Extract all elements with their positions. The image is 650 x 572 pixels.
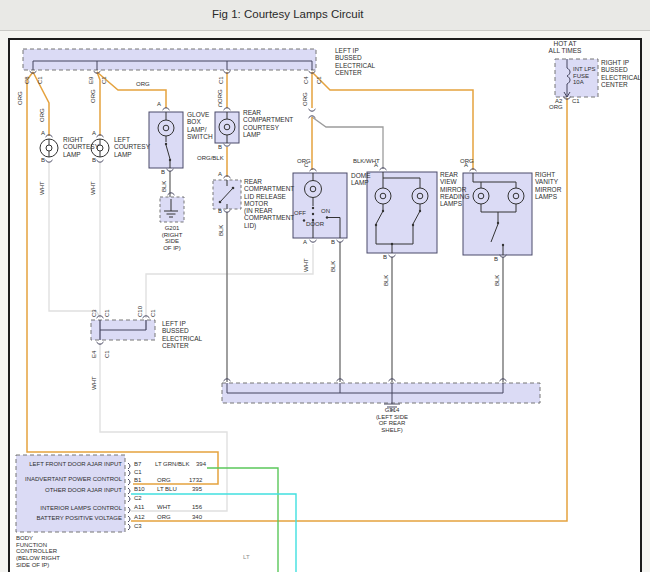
pin-label-b: B (92, 157, 96, 164)
wire-label-org-blk: ORG/BLK (197, 155, 224, 162)
wire-label-org: ORG (136, 81, 150, 88)
bfc-pin-a11: A11 (134, 504, 144, 511)
wire-label-wht: WHT (90, 181, 97, 195)
pin-label-c8: C8 (24, 76, 31, 84)
bfc-fn-other-door-ajar: OTHER DOOR AJAR INPUT (18, 487, 122, 494)
left-courtesy-lamp-label: LEFT COURTESY LAMP (114, 136, 150, 158)
bfc-ckt-340: 340 (192, 514, 202, 521)
wire-label-blk: BLK (161, 181, 168, 192)
pin-label-b: B (41, 157, 45, 164)
dome-lamp-label: DOME LAMP (351, 172, 371, 187)
bfc-conn-c1: C1 (134, 469, 142, 476)
wire-label-blk: BLK (218, 225, 225, 236)
lid-release-motor-box (213, 180, 241, 209)
pin-label-a: A (303, 239, 307, 246)
pin-label-c: C (218, 102, 222, 109)
pin-label-c1: C1 (104, 309, 111, 317)
pin-label-e4: E4 (91, 351, 98, 358)
int-lps-fuse-label: INT LPS FUSE 10A (573, 66, 596, 86)
bfc-ckt-156: 156 (192, 504, 202, 511)
bfc-pin-b7: B7 (134, 461, 141, 468)
wire-label-wht: WHT (91, 376, 98, 390)
wire-label-blk: BLK (383, 275, 390, 286)
glove-box-lamp-switch-box (149, 112, 183, 168)
bfc-conn-c3: C3 (134, 523, 142, 530)
bfc-ckt-1732: 1732 (189, 477, 202, 484)
rear-view-mirror-reading-lamps-box (367, 172, 437, 253)
pin-label-c4: C4 (303, 76, 310, 84)
top-bus-label: LEFT IP BUSSED ELECTRICAL CENTER (335, 47, 375, 76)
right-courtesy-lamp-symbol (40, 139, 58, 157)
pin-label-b: B (218, 208, 222, 215)
pin-label-a: A (157, 101, 161, 108)
right-courtesy-lamp-label: RIGHT COURTESY LAMP (63, 136, 99, 158)
pin-label-c3: C3 (91, 309, 98, 317)
bfc-wire-ltblu: LT BLU (157, 486, 177, 493)
pin-label-b: B (383, 254, 387, 261)
left-ip-bussed-center-top-box (23, 49, 316, 70)
mirror-reading-lamps-label: REAR VIEW MIRROR READING LAMPS (440, 171, 470, 207)
bfc-fn-inadvertant-power: INADVERTANT POWER CONTROL (18, 476, 122, 483)
wire-label-blk: BLK (330, 261, 337, 272)
bfc-wire-org: ORG (157, 477, 171, 484)
pin-label-c1: C1 (104, 350, 111, 358)
wire-label-blk: BLK (494, 275, 501, 286)
glove-box-lamp-label: GLOVE BOX LAMP/ SWITCH (187, 111, 213, 140)
rear-compartment-lamp-label: REAR COMPARTMENT COURTESY LAMP (243, 109, 293, 138)
pin-label-c1: C1 (218, 76, 225, 84)
bfc-wire-org2: ORG (157, 514, 171, 521)
dome-switch-door-label: DOOR (306, 221, 324, 228)
wire-label-org: ORG (549, 104, 563, 111)
pin-label-b: B (218, 144, 222, 151)
dome-lamp-box (293, 173, 347, 238)
right-vanity-mirror-lamps-box (463, 173, 532, 255)
pin-label-c1: C1 (101, 76, 108, 84)
bfc-ckt-394: 394 (196, 461, 206, 468)
bfc-wire-wht: WHT (157, 504, 171, 511)
left-ip-bussed-center-mid-label: LEFT IP BUSSED ELECTRICAL CENTER (162, 320, 202, 349)
wire-label-org: ORG (90, 89, 97, 103)
hot-at-all-times-label: HOT AT ALL TIMES (545, 40, 585, 55)
bfc-pin-a12: A12 (134, 514, 145, 521)
pin-label-e9: E9 (88, 77, 95, 84)
pin-label-a: A (41, 130, 45, 137)
wire-label-wht: WHT (39, 181, 46, 195)
g314-label: G314 (LEFT SIDE OF REAR SHELF) (362, 407, 422, 434)
lid-release-motor-label: REAR COMPARTMENT LID RELEASE MOTOR (IN R… (244, 178, 294, 229)
pin-label-a: A (218, 171, 222, 178)
pin-label-c1: C1 (37, 76, 44, 84)
g314-ground-box (222, 383, 540, 410)
bfc-label: BODY FUNCTION CONTROLLER (BELOW RIGHT SI… (16, 535, 60, 569)
wire-label-org: ORG (17, 91, 24, 105)
bfc-fn-left-front-door-ajar: LEFT FRONT DOOR AJAR INPUT (18, 461, 122, 468)
left-ip-bussed-center-mid-box (91, 320, 155, 340)
bfc-pin-b1: B1 (134, 477, 141, 484)
wire-org-circuits (27, 72, 567, 521)
pin-label-c10: C10 (137, 306, 144, 317)
cut-off-wire-label: LT (243, 554, 250, 561)
pin-label-c1: C1 (572, 98, 580, 105)
pin-label-a: A (464, 162, 468, 169)
right-ip-bussed-center-label: RIGHT IP BUSSED ELECTRICAL CENTER (601, 59, 641, 88)
wire-label-org: ORG (39, 108, 46, 122)
g201-ground-box (160, 197, 184, 222)
bfc-wire-ltgrnblk: LT GRN/BLK (155, 461, 189, 468)
wire-label-org: ORG (217, 89, 224, 103)
pin-label-a: A (92, 130, 96, 137)
bfc-fn-battery-positive: BATTERY POSITIVE VOLTAGE (18, 515, 122, 522)
pin-label-c1: C1 (316, 76, 323, 84)
wire-label-org: ORG (302, 92, 309, 106)
wire-label-wht: WHT (303, 258, 310, 272)
rear-compartment-courtesy-lamp-box (215, 112, 239, 143)
wire-ltblu-door-ajar (131, 494, 296, 572)
pin-label-c1: C1 (150, 309, 157, 317)
pin-label-b: B (494, 256, 498, 263)
dome-switch-off-label: OFF (294, 210, 306, 217)
vanity-mirror-lamps-label: RIGHT VANITY MIRROR LAMPS (535, 171, 561, 200)
bfc-pin-b10: B10 (134, 486, 145, 493)
bfc-conn-c2: C2 (134, 495, 142, 502)
dome-switch-on-label: ON (321, 208, 330, 215)
pin-label-b: B (161, 169, 165, 176)
pin-label-b: B (331, 239, 335, 246)
pin-label-c: C (304, 162, 308, 169)
